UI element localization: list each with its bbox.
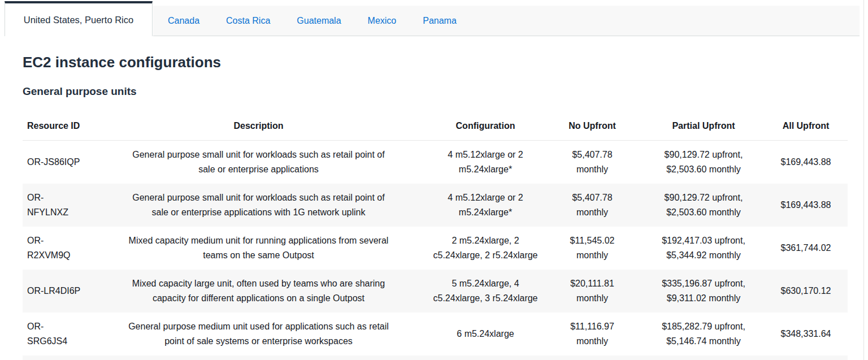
configuration-cell: 5 m5.24xlarge, 4 c5.24xlarge, 3 r5.24xla… <box>429 270 541 313</box>
table-row: OR-R2XVM9Q Mixed capacity medium unit fo… <box>23 227 848 270</box>
section-title: General purpose units <box>23 85 848 98</box>
description-cell: Mixed capacity large unit, often used by… <box>88 270 429 313</box>
tab-panama[interactable]: Panama <box>423 16 457 26</box>
description-cell: General purpose medium unit used for app… <box>88 313 429 355</box>
tab-strip: Canada Costa Rica Guatemala Mexico Panam… <box>153 6 860 36</box>
tab-mexico[interactable]: Mexico <box>368 16 397 26</box>
table-row-clipped <box>23 355 848 360</box>
resource-id-cell: OR-NFYLNXZ <box>23 184 88 227</box>
configuration-cell: 4 m5.12xlarge or 2 m5.24xlarge* <box>429 184 541 227</box>
column-header-all-upfront: All Upfront <box>764 110 848 141</box>
partial-upfront-cell: $90,129.72 upfront, $2,503.60 monthly <box>643 141 764 184</box>
scrollbar-track[interactable] <box>863 0 864 360</box>
column-header-description: Description <box>88 110 429 141</box>
resource-id-cell: OR-R2XVM9Q <box>23 227 88 270</box>
no-upfront-cell: $5,407.78 monthly <box>541 141 643 184</box>
configuration-cell: 6 m5.24xlarge <box>429 313 541 355</box>
configuration-cell: 4 m5.12xlarge or 2 m5.24xlarge* <box>429 141 541 184</box>
column-header-resource-id: Resource ID <box>23 110 88 141</box>
no-upfront-cell: $11,545.02 monthly <box>541 227 643 270</box>
no-upfront-cell: $11,116.97 monthly <box>541 313 643 355</box>
partial-upfront-cell: $185,282.79 upfront, $5,146.74 monthly <box>643 313 764 355</box>
tab-guatemala[interactable]: Guatemala <box>297 16 341 26</box>
table-row: OR-LR4DI6P Mixed capacity large unit, of… <box>23 270 848 313</box>
description-cell: General purpose small unit for workloads… <box>88 184 429 227</box>
description-cell: General purpose small unit for workloads… <box>88 141 429 184</box>
partial-upfront-cell: $192,417.03 upfront, $5,344.92 monthly <box>643 227 764 270</box>
column-header-partial-upfront: Partial Upfront <box>643 110 764 141</box>
table-header-row: Resource ID Description Configuration No… <box>23 110 848 141</box>
tab-canada[interactable]: Canada <box>168 16 199 26</box>
all-upfront-cell: $361,744.02 <box>764 227 848 270</box>
pricing-table: Resource ID Description Configuration No… <box>23 110 848 360</box>
tab-costa-rica[interactable]: Costa Rica <box>226 16 270 26</box>
no-upfront-cell: $5,407.78 monthly <box>541 184 643 227</box>
table-row: OR-JS86IQP General purpose small unit fo… <box>23 141 848 184</box>
resource-id-cell: OR-JS86IQP <box>23 141 88 184</box>
partial-upfront-cell: $90,129.72 upfront, $2,503.60 monthly <box>643 184 764 227</box>
page-title: EC2 instance configurations <box>23 54 848 71</box>
description-cell: Mixed capacity medium unit for running a… <box>88 227 429 270</box>
column-header-configuration: Configuration <box>429 110 541 141</box>
tab-united-states-puerto-rico[interactable]: United States, Puerto Rico <box>5 1 153 36</box>
table-row: OR-SRG6JS4 General purpose medium unit u… <box>23 313 848 355</box>
country-tabs: United States, Puerto Rico Canada Costa … <box>0 0 868 42</box>
table-row: OR-NFYLNXZ General purpose small unit fo… <box>23 184 848 227</box>
tab-label: United States, Puerto Rico <box>24 15 133 25</box>
all-upfront-cell: $169,443.88 <box>764 141 848 184</box>
configuration-cell: 2 m5.24xlarge, 2 c5.24xlarge, 2 r5.24xla… <box>429 227 541 270</box>
all-upfront-cell: $169,443.88 <box>764 184 848 227</box>
no-upfront-cell: $20,111.81 monthly <box>541 270 643 313</box>
column-header-no-upfront: No Upfront <box>541 110 643 141</box>
all-upfront-cell: $348,331.64 <box>764 313 848 355</box>
all-upfront-cell: $630,170.12 <box>764 270 848 313</box>
resource-id-cell: OR-LR4DI6P <box>23 270 88 313</box>
tab-panel-content: EC2 instance configurations General purp… <box>23 54 848 360</box>
partial-upfront-cell: $335,196.87 upfront, $9,311.02 monthly <box>643 270 764 313</box>
resource-id-cell: OR-SRG6JS4 <box>23 313 88 355</box>
